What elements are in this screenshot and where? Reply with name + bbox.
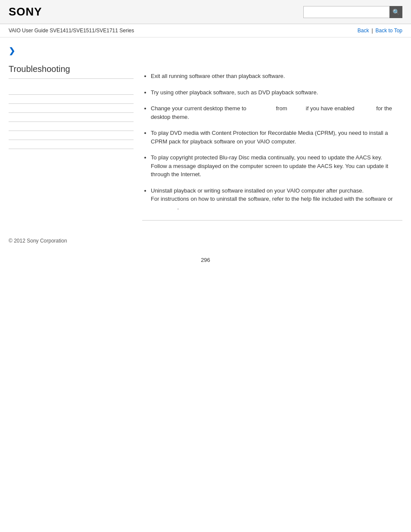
- sidebar-item-2[interactable]: [9, 95, 134, 104]
- content-list: Exit all running software other than pla…: [142, 72, 402, 212]
- sidebar-item-7[interactable]: [9, 140, 134, 149]
- sidebar-title: Troubleshooting: [9, 64, 134, 79]
- list-item-1: Exit all running software other than pla…: [151, 72, 402, 81]
- search-input[interactable]: [303, 6, 389, 18]
- back-link[interactable]: Back: [358, 28, 369, 34]
- sidebar-item-6[interactable]: [9, 131, 134, 140]
- list-item-3: Change your current desktop theme to fro…: [151, 104, 402, 121]
- sidebar-item-5[interactable]: [9, 122, 134, 131]
- sidebar-items: [9, 86, 134, 149]
- footer: © 2012 Sony Corporation: [0, 229, 411, 248]
- page-number: 296: [0, 248, 411, 268]
- content-area: Exit all running software other than pla…: [142, 46, 402, 229]
- search-button[interactable]: 🔍: [389, 6, 402, 18]
- nav-bar: VAIO User Guide SVE1411/SVE1511/SVE1711 …: [0, 24, 411, 37]
- list-item-5: To play copyright protected Blu-ray Disc…: [151, 153, 402, 179]
- search-icon: 🔍: [392, 9, 400, 16]
- page-header: SONY 🔍: [0, 0, 411, 24]
- sidebar-item-3[interactable]: [9, 104, 134, 113]
- main-content: ❯ Troubleshooting Exit all running softw…: [0, 37, 411, 229]
- sidebar: ❯ Troubleshooting: [9, 46, 134, 229]
- nav-separator: |: [371, 28, 373, 34]
- software-link[interactable]: [151, 204, 177, 211]
- copyright-text: © 2012 Sony Corporation: [9, 238, 67, 244]
- list-item-2: Try using other playback software, such …: [151, 88, 402, 97]
- list-item-6: Uninstall playback or writing software i…: [151, 187, 402, 212]
- chevron-right-icon: ❯: [9, 46, 134, 56]
- sidebar-item-4[interactable]: [9, 113, 134, 122]
- sony-logo: SONY: [9, 5, 42, 19]
- sidebar-item-1[interactable]: [9, 86, 134, 95]
- nav-links: Back | Back to Top: [358, 28, 402, 34]
- search-area: 🔍: [303, 6, 402, 18]
- back-to-top-link[interactable]: Back to Top: [376, 28, 402, 34]
- guide-title: VAIO User Guide SVE1411/SVE1511/SVE1711 …: [9, 28, 134, 34]
- list-item-4: To play DVD media with Content Protectio…: [151, 129, 402, 146]
- content-divider: [142, 220, 402, 221]
